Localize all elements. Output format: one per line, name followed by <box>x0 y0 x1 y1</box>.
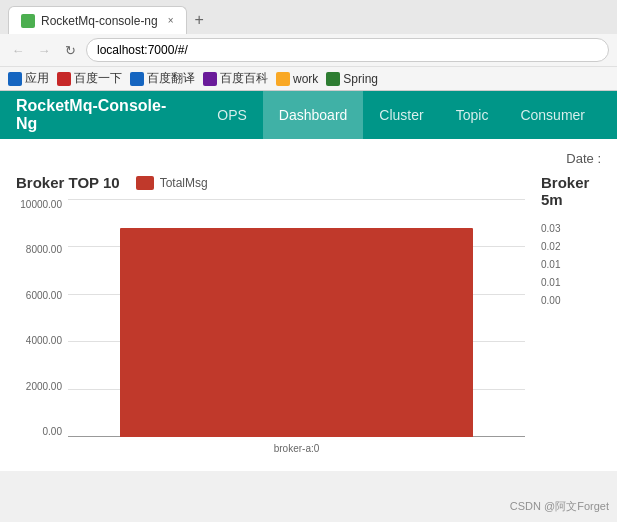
right-chart-title: Broker 5m <box>541 174 601 208</box>
chart-title-row: Broker TOP 10 TotalMsg <box>16 174 525 191</box>
right-y-label-2: 0.01 <box>541 256 601 274</box>
bookmark-apps[interactable]: 应用 <box>8 70 49 87</box>
baidu-icon <box>57 72 71 86</box>
right-y-label-0: 0.03 <box>541 220 601 238</box>
date-row: Date : <box>16 151 601 166</box>
bookmark-translate-label: 百度翻译 <box>147 70 195 87</box>
bookmark-translate[interactable]: 百度翻译 <box>130 70 195 87</box>
bookmark-work-label: work <box>293 72 318 86</box>
right-chart-title-row: Broker 5m <box>541 174 601 208</box>
tab-bar: RocketMq-console-ng × + <box>0 0 617 34</box>
x-label-broker-a0: broker-a:0 <box>68 443 525 454</box>
y-label-5: 0.00 <box>43 426 62 437</box>
bar-group-0 <box>76 199 517 437</box>
bookmarks-bar: 应用 百度一下 百度翻译 百度百科 work Spring <box>0 66 617 90</box>
new-tab-button[interactable]: + <box>195 11 204 29</box>
legend-totalmsg: TotalMsg <box>136 176 208 190</box>
y-label-1: 8000.00 <box>26 244 62 255</box>
bookmark-work[interactable]: work <box>276 72 318 86</box>
bookmark-apps-label: 应用 <box>25 70 49 87</box>
spring-icon <box>326 72 340 86</box>
chart-container: 10000.00 8000.00 6000.00 4000.00 2000.00… <box>16 199 525 459</box>
bookmark-spring[interactable]: Spring <box>326 72 378 86</box>
tab-label: RocketMq-console-ng <box>41 14 158 28</box>
watermark: CSDN @阿文Forget <box>510 499 609 514</box>
browser-tab[interactable]: RocketMq-console-ng × <box>8 6 187 34</box>
bookmark-wiki[interactable]: 百度百科 <box>203 70 268 87</box>
bar-broker-a0 <box>120 228 473 437</box>
charts-row: Broker TOP 10 TotalMsg 10000.00 8000.00 … <box>16 174 601 459</box>
x-axis-labels: broker-a:0 <box>68 437 525 459</box>
nav-consumer-label: Consumer <box>520 107 585 123</box>
bookmark-spring-label: Spring <box>343 72 378 86</box>
bookmark-wiki-label: 百度百科 <box>220 70 268 87</box>
tab-favicon <box>21 14 35 28</box>
nav-topic[interactable]: Topic <box>440 91 505 139</box>
broker-5m-chart: Broker 5m 0.03 0.02 0.01 0.01 0.00 <box>541 174 601 459</box>
legend-label-totalmsg: TotalMsg <box>160 176 208 190</box>
right-y-label-1: 0.02 <box>541 238 601 256</box>
nav-dashboard-label: Dashboard <box>279 107 348 123</box>
bookmark-baidu[interactable]: 百度一下 <box>57 70 122 87</box>
y-label-4: 2000.00 <box>26 381 62 392</box>
right-y-label-3: 0.01 <box>541 274 601 292</box>
browser-chrome: RocketMq-console-ng × + ← → ↻ 应用 百度一下 百度… <box>0 0 617 91</box>
refresh-button[interactable]: ↻ <box>60 40 80 60</box>
nav-dashboard[interactable]: Dashboard <box>263 91 364 139</box>
nav-topic-label: Topic <box>456 107 489 123</box>
app-content: Date : Broker TOP 10 TotalMsg 10000.00 8… <box>0 139 617 471</box>
app-logo: RocketMq-Console-Ng <box>16 97 185 133</box>
back-button[interactable]: ← <box>8 40 28 60</box>
translate-icon <box>130 72 144 86</box>
legend-color-totalmsg <box>136 176 154 190</box>
work-icon <box>276 72 290 86</box>
bars-area <box>68 199 525 437</box>
apps-icon <box>8 72 22 86</box>
right-y-label-4: 0.00 <box>541 292 601 310</box>
right-y-axis: 0.03 0.02 0.01 0.01 0.00 <box>541 216 601 310</box>
y-label-3: 4000.00 <box>26 335 62 346</box>
bookmark-baidu-label: 百度一下 <box>74 70 122 87</box>
wiki-icon <box>203 72 217 86</box>
nav-ops[interactable]: OPS <box>201 91 263 139</box>
y-label-0: 10000.00 <box>20 199 62 210</box>
y-label-2: 6000.00 <box>26 290 62 301</box>
date-label: Date : <box>566 151 601 166</box>
address-bar-row: ← → ↻ <box>0 34 617 66</box>
nav-cluster-label: Cluster <box>379 107 423 123</box>
y-axis: 10000.00 8000.00 6000.00 4000.00 2000.00… <box>16 199 68 459</box>
tab-close-btn[interactable]: × <box>168 15 174 26</box>
nav-cluster[interactable]: Cluster <box>363 91 439 139</box>
broker-top10-chart: Broker TOP 10 TotalMsg 10000.00 8000.00 … <box>16 174 525 459</box>
chart-title: Broker TOP 10 <box>16 174 120 191</box>
forward-button[interactable]: → <box>34 40 54 60</box>
address-input[interactable] <box>86 38 609 62</box>
nav-ops-label: OPS <box>217 107 247 123</box>
nav-consumer[interactable]: Consumer <box>504 91 601 139</box>
chart-plot: broker-a:0 <box>68 199 525 459</box>
app-nav: RocketMq-Console-Ng OPS Dashboard Cluste… <box>0 91 617 139</box>
